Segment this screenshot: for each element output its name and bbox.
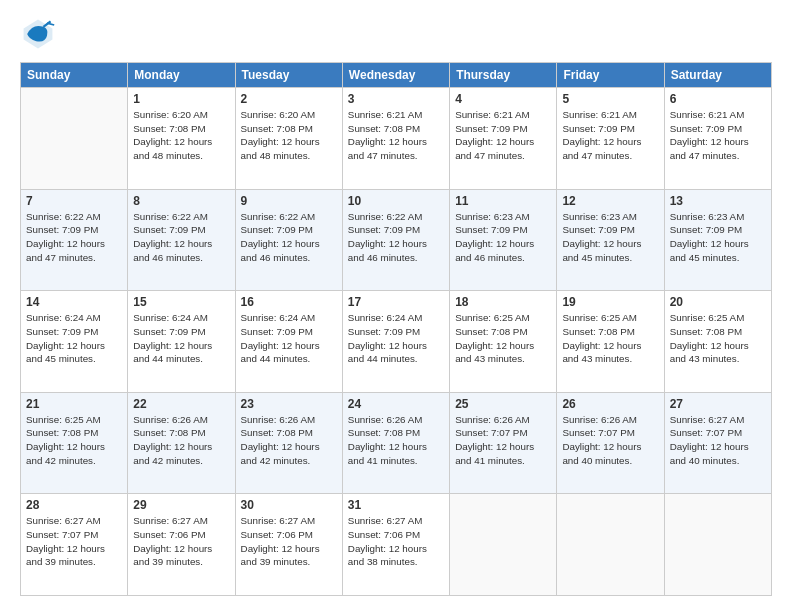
day-number: 14 [26,295,122,309]
calendar-cell: 22Sunrise: 6:26 AM Sunset: 7:08 PM Dayli… [128,392,235,494]
day-number: 10 [348,194,444,208]
calendar-cell [664,494,771,596]
day-number: 4 [455,92,551,106]
day-info: Sunrise: 6:27 AM Sunset: 7:06 PM Dayligh… [133,514,229,569]
calendar-cell: 18Sunrise: 6:25 AM Sunset: 7:08 PM Dayli… [450,291,557,393]
day-number: 26 [562,397,658,411]
calendar-cell: 6Sunrise: 6:21 AM Sunset: 7:09 PM Daylig… [664,88,771,190]
day-info: Sunrise: 6:23 AM Sunset: 7:09 PM Dayligh… [670,210,766,265]
calendar-cell: 24Sunrise: 6:26 AM Sunset: 7:08 PM Dayli… [342,392,449,494]
day-info: Sunrise: 6:22 AM Sunset: 7:09 PM Dayligh… [133,210,229,265]
calendar-cell: 12Sunrise: 6:23 AM Sunset: 7:09 PM Dayli… [557,189,664,291]
day-info: Sunrise: 6:24 AM Sunset: 7:09 PM Dayligh… [133,311,229,366]
day-info: Sunrise: 6:26 AM Sunset: 7:08 PM Dayligh… [348,413,444,468]
day-info: Sunrise: 6:24 AM Sunset: 7:09 PM Dayligh… [26,311,122,366]
day-number: 3 [348,92,444,106]
calendar-cell: 15Sunrise: 6:24 AM Sunset: 7:09 PM Dayli… [128,291,235,393]
day-info: Sunrise: 6:26 AM Sunset: 7:07 PM Dayligh… [562,413,658,468]
calendar-cell: 27Sunrise: 6:27 AM Sunset: 7:07 PM Dayli… [664,392,771,494]
calendar-cell: 8Sunrise: 6:22 AM Sunset: 7:09 PM Daylig… [128,189,235,291]
day-number: 31 [348,498,444,512]
calendar-cell: 25Sunrise: 6:26 AM Sunset: 7:07 PM Dayli… [450,392,557,494]
day-info: Sunrise: 6:24 AM Sunset: 7:09 PM Dayligh… [241,311,337,366]
day-number: 5 [562,92,658,106]
day-number: 23 [241,397,337,411]
day-info: Sunrise: 6:20 AM Sunset: 7:08 PM Dayligh… [241,108,337,163]
day-number: 16 [241,295,337,309]
day-number: 13 [670,194,766,208]
calendar: SundayMondayTuesdayWednesdayThursdayFrid… [20,62,772,596]
day-info: Sunrise: 6:27 AM Sunset: 7:06 PM Dayligh… [241,514,337,569]
day-info: Sunrise: 6:25 AM Sunset: 7:08 PM Dayligh… [670,311,766,366]
calendar-week-row: 14Sunrise: 6:24 AM Sunset: 7:09 PM Dayli… [21,291,772,393]
day-info: Sunrise: 6:21 AM Sunset: 7:09 PM Dayligh… [670,108,766,163]
day-number: 22 [133,397,229,411]
day-number: 17 [348,295,444,309]
calendar-cell [450,494,557,596]
calendar-cell: 4Sunrise: 6:21 AM Sunset: 7:09 PM Daylig… [450,88,557,190]
day-info: Sunrise: 6:20 AM Sunset: 7:08 PM Dayligh… [133,108,229,163]
calendar-cell: 19Sunrise: 6:25 AM Sunset: 7:08 PM Dayli… [557,291,664,393]
calendar-week-row: 28Sunrise: 6:27 AM Sunset: 7:07 PM Dayli… [21,494,772,596]
day-of-week-friday: Friday [557,63,664,88]
day-info: Sunrise: 6:25 AM Sunset: 7:08 PM Dayligh… [562,311,658,366]
day-number: 19 [562,295,658,309]
calendar-cell: 31Sunrise: 6:27 AM Sunset: 7:06 PM Dayli… [342,494,449,596]
day-info: Sunrise: 6:21 AM Sunset: 7:09 PM Dayligh… [562,108,658,163]
day-of-week-thursday: Thursday [450,63,557,88]
day-number: 7 [26,194,122,208]
calendar-cell: 13Sunrise: 6:23 AM Sunset: 7:09 PM Dayli… [664,189,771,291]
calendar-cell: 26Sunrise: 6:26 AM Sunset: 7:07 PM Dayli… [557,392,664,494]
day-info: Sunrise: 6:25 AM Sunset: 7:08 PM Dayligh… [26,413,122,468]
day-number: 2 [241,92,337,106]
calendar-cell: 28Sunrise: 6:27 AM Sunset: 7:07 PM Dayli… [21,494,128,596]
day-of-week-sunday: Sunday [21,63,128,88]
day-number: 6 [670,92,766,106]
day-of-week-wednesday: Wednesday [342,63,449,88]
calendar-week-row: 7Sunrise: 6:22 AM Sunset: 7:09 PM Daylig… [21,189,772,291]
logo-icon [20,16,56,52]
calendar-cell: 1Sunrise: 6:20 AM Sunset: 7:08 PM Daylig… [128,88,235,190]
day-info: Sunrise: 6:22 AM Sunset: 7:09 PM Dayligh… [241,210,337,265]
day-info: Sunrise: 6:22 AM Sunset: 7:09 PM Dayligh… [348,210,444,265]
day-number: 1 [133,92,229,106]
header [20,16,772,52]
day-number: 12 [562,194,658,208]
calendar-cell: 30Sunrise: 6:27 AM Sunset: 7:06 PM Dayli… [235,494,342,596]
calendar-cell: 17Sunrise: 6:24 AM Sunset: 7:09 PM Dayli… [342,291,449,393]
calendar-cell: 20Sunrise: 6:25 AM Sunset: 7:08 PM Dayli… [664,291,771,393]
day-info: Sunrise: 6:23 AM Sunset: 7:09 PM Dayligh… [562,210,658,265]
calendar-cell: 5Sunrise: 6:21 AM Sunset: 7:09 PM Daylig… [557,88,664,190]
day-info: Sunrise: 6:26 AM Sunset: 7:08 PM Dayligh… [241,413,337,468]
day-number: 29 [133,498,229,512]
day-number: 11 [455,194,551,208]
day-number: 21 [26,397,122,411]
day-info: Sunrise: 6:21 AM Sunset: 7:09 PM Dayligh… [455,108,551,163]
day-info: Sunrise: 6:24 AM Sunset: 7:09 PM Dayligh… [348,311,444,366]
day-info: Sunrise: 6:26 AM Sunset: 7:08 PM Dayligh… [133,413,229,468]
day-number: 18 [455,295,551,309]
calendar-cell: 11Sunrise: 6:23 AM Sunset: 7:09 PM Dayli… [450,189,557,291]
calendar-cell: 9Sunrise: 6:22 AM Sunset: 7:09 PM Daylig… [235,189,342,291]
day-number: 28 [26,498,122,512]
day-number: 8 [133,194,229,208]
day-info: Sunrise: 6:22 AM Sunset: 7:09 PM Dayligh… [26,210,122,265]
day-number: 20 [670,295,766,309]
day-of-week-saturday: Saturday [664,63,771,88]
day-info: Sunrise: 6:21 AM Sunset: 7:08 PM Dayligh… [348,108,444,163]
day-info: Sunrise: 6:27 AM Sunset: 7:07 PM Dayligh… [26,514,122,569]
calendar-cell: 21Sunrise: 6:25 AM Sunset: 7:08 PM Dayli… [21,392,128,494]
day-info: Sunrise: 6:27 AM Sunset: 7:07 PM Dayligh… [670,413,766,468]
calendar-cell: 16Sunrise: 6:24 AM Sunset: 7:09 PM Dayli… [235,291,342,393]
calendar-week-row: 1Sunrise: 6:20 AM Sunset: 7:08 PM Daylig… [21,88,772,190]
day-number: 9 [241,194,337,208]
page: SundayMondayTuesdayWednesdayThursdayFrid… [0,0,792,612]
calendar-header-row: SundayMondayTuesdayWednesdayThursdayFrid… [21,63,772,88]
calendar-cell: 23Sunrise: 6:26 AM Sunset: 7:08 PM Dayli… [235,392,342,494]
calendar-cell: 10Sunrise: 6:22 AM Sunset: 7:09 PM Dayli… [342,189,449,291]
day-info: Sunrise: 6:23 AM Sunset: 7:09 PM Dayligh… [455,210,551,265]
calendar-cell [21,88,128,190]
calendar-cell: 14Sunrise: 6:24 AM Sunset: 7:09 PM Dayli… [21,291,128,393]
day-number: 25 [455,397,551,411]
calendar-cell: 7Sunrise: 6:22 AM Sunset: 7:09 PM Daylig… [21,189,128,291]
